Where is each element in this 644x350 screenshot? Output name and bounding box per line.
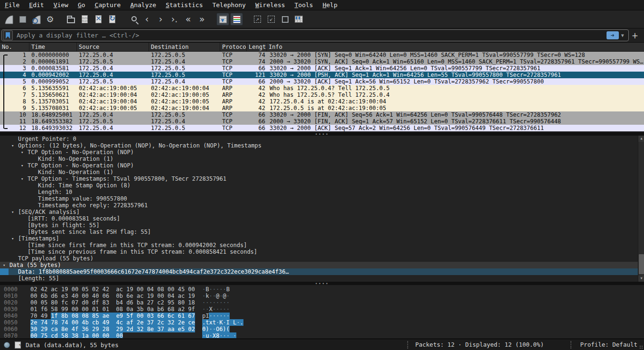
- add-filter-button[interactable]: +: [629, 31, 641, 40]
- resize-columns-button[interactable]: [292, 13, 305, 26]
- expander-arrow-icon[interactable]: ▾: [11, 235, 18, 242]
- detail-line[interactable]: Kind: No-Operation (1): [0, 169, 644, 175]
- scroll-up-button[interactable]: ▲: [638, 136, 644, 142]
- display-filter-input[interactable]: Apply a display filter … <Ctrl-/> ➜ ▼: [1, 29, 629, 41]
- column-header-time[interactable]: Time: [29, 43, 77, 51]
- detail-line[interactable]: [Length: 55]: [0, 275, 644, 282]
- packet-row-6[interactable]: 65.13563559102:42:ac:19:00:0502:42:ac:19…: [0, 85, 644, 92]
- expander-arrow-icon[interactable]: ▾: [11, 209, 18, 215]
- packet-row-1[interactable]: 10.000000000172.25.0.4172.25.0.5TCP74330…: [0, 52, 644, 58]
- detail-line[interactable]: ▾TCP Option - Timestamps: TSval 99055780…: [0, 175, 644, 182]
- detail-line[interactable]: Timestamp echo reply: 2728357961: [0, 202, 644, 209]
- filter-bookmark-button[interactable]: [3, 30, 13, 40]
- packet-row-8[interactable]: 85.13570305102:42:ac:19:00:0402:42:ac:19…: [0, 98, 644, 105]
- start-capture-button[interactable]: [2, 13, 15, 26]
- expander-arrow-icon[interactable]: ▾: [21, 149, 28, 156]
- packet-row-4-selected[interactable]: 40.000942002172.25.0.4172.25.0.5TCP12133…: [0, 72, 644, 78]
- packet-row-3[interactable]: 30.000083581172.25.0.4172.25.0.5TCP66330…: [0, 65, 644, 72]
- normal-size-button[interactable]: [279, 13, 291, 26]
- auto-scroll-toggle[interactable]: [216, 13, 229, 26]
- detail-line[interactable]: Urgent Pointer: 0: [0, 136, 644, 142]
- apply-filter-button[interactable]: ➜: [607, 31, 619, 39]
- hex-row[interactable]: 000002 42 ac 19 00 05 02 42 ac 19 00 04 …: [0, 286, 644, 293]
- last-packet-button[interactable]: »: [196, 13, 208, 26]
- column-header-no[interactable]: No.: [0, 43, 29, 51]
- close-file-button[interactable]: ✕: [92, 13, 105, 26]
- detail-line[interactable]: [Bytes sent since last PSH flag: 55]: [0, 229, 644, 235]
- window-resize-grip[interactable]: [639, 345, 643, 349]
- expander-arrow-icon[interactable]: ▾: [21, 162, 28, 169]
- stop-capture-button[interactable]: [16, 13, 29, 26]
- pane-splitter-bottom[interactable]: ••••: [0, 282, 644, 285]
- hex-row[interactable]: 001000 6b d6 e3 40 00 40 06 0b 6e ac 19 …: [0, 293, 644, 299]
- restart-capture-button[interactable]: [30, 13, 43, 26]
- column-header-info[interactable]: Info: [267, 43, 644, 51]
- detail-line[interactable]: [Time since first frame in this TCP stre…: [0, 242, 644, 249]
- detail-line[interactable]: [Bytes in flight: 55]: [0, 222, 644, 229]
- colorize-toggle[interactable]: [230, 13, 243, 26]
- column-header-destination[interactable]: Destination: [149, 43, 220, 51]
- packet-row-12[interactable]: 1218.649393032172.25.0.4172.25.0.5TCP663…: [0, 125, 644, 131]
- reload-file-button[interactable]: ↻: [106, 13, 119, 26]
- menu-file[interactable]: File: [0, 0, 24, 10]
- menu-go[interactable]: Go: [73, 0, 90, 10]
- status-profile[interactable]: Profile: Default: [580, 339, 637, 350]
- zoom-in-button[interactable]: ↗: [251, 13, 264, 26]
- packet-row-11[interactable]: 1118.649353382172.25.0.5172.25.0.4TCP662…: [0, 118, 644, 125]
- first-packet-button[interactable]: «: [182, 13, 195, 26]
- detail-line-data-selected[interactable]: Data: 1f8b080885aee95f0003666c61672e7478…: [0, 268, 644, 275]
- detail-line-data-root[interactable]: ▾Data (55 bytes): [0, 262, 644, 268]
- hex-row[interactable]: 006030 29 ca 8e 4f 36 29 28 29 2d 32 8e …: [0, 326, 644, 332]
- menu-view[interactable]: View: [49, 0, 73, 10]
- scrollbar-thumb[interactable]: [639, 254, 644, 274]
- menu-help[interactable]: Help: [318, 0, 342, 10]
- column-header-length[interactable]: Length: [247, 43, 267, 51]
- hex-row[interactable]: 003001 f6 58 99 00 00 01 01 08 0a 3b 0a …: [0, 306, 644, 313]
- column-header-source[interactable]: Source: [77, 43, 149, 51]
- previous-packet-button[interactable]: ‹: [140, 13, 153, 26]
- menu-edit[interactable]: Edit: [24, 0, 48, 10]
- packet-row-5[interactable]: 50.000999052172.25.0.5172.25.0.4TCP66200…: [0, 78, 644, 85]
- menu-wireless[interactable]: Wireless: [251, 0, 290, 10]
- column-header-protocol[interactable]: Protocol: [220, 43, 247, 51]
- hex-row[interactable]: 007000 75 cd 58 38 1a 00 00 00·u·X8··· ·: [0, 332, 644, 338]
- capture-options-button[interactable]: ⚙: [44, 13, 56, 26]
- expert-info-icon[interactable]: [4, 342, 10, 348]
- open-file-button[interactable]: [65, 13, 77, 26]
- detail-line[interactable]: ▾[Timestamps]: [0, 235, 644, 242]
- hex-row[interactable]: 00502e 74 78 74 00 4b cb 49 4c af 2e 37 …: [0, 319, 644, 326]
- detail-line[interactable]: Kind: No-Operation (1): [0, 156, 644, 162]
- menu-capture[interactable]: Capture: [90, 0, 126, 10]
- capture-comment-icon[interactable]: [15, 341, 21, 349]
- detail-line[interactable]: Kind: Time Stamp Option (8): [0, 182, 644, 189]
- packet-row-10[interactable]: 1018.648925001172.25.0.4172.25.0.5TCP663…: [0, 111, 644, 118]
- detail-line[interactable]: Timestamp value: 990557800: [0, 195, 644, 202]
- detail-line[interactable]: [Time since previous frame in this TCP s…: [0, 249, 644, 255]
- expander-arrow-icon[interactable]: ▾: [11, 142, 18, 149]
- packet-row-7[interactable]: 75.13565062102:42:ac:19:00:0402:42:ac:19…: [0, 92, 644, 98]
- detail-line[interactable]: ▾TCP Option - No-Operation (NOP): [0, 149, 644, 156]
- packet-row-9[interactable]: 95.13570803102:42:ac:19:00:0502:42:ac:19…: [0, 105, 644, 111]
- detail-line[interactable]: [iRTT: 0.000083581 seconds]: [0, 215, 644, 222]
- scroll-down-button[interactable]: ▼: [638, 276, 644, 282]
- filter-dropdown-caret[interactable]: ▼: [619, 33, 626, 38]
- packet-row-2[interactable]: 20.000061891172.25.0.5172.25.0.4TCP74200…: [0, 58, 644, 65]
- expander-arrow-icon[interactable]: ▾: [3, 262, 9, 268]
- find-packet-button[interactable]: [127, 13, 140, 26]
- details-scrollbar[interactable]: ▲ ▼: [638, 136, 644, 282]
- menu-telephony[interactable]: Telephony: [207, 0, 250, 10]
- pane-splitter-top[interactable]: ••••: [0, 132, 644, 136]
- detail-line[interactable]: ▾Options: (12 bytes), No-Operation (NOP)…: [0, 142, 644, 149]
- expander-arrow-icon[interactable]: ▾: [21, 175, 28, 182]
- next-packet-button[interactable]: ›: [154, 13, 167, 26]
- menu-statistics[interactable]: Statistics: [161, 0, 207, 10]
- detail-line[interactable]: Length: 10: [0, 189, 644, 195]
- zoom-out-button[interactable]: ↙: [265, 13, 278, 26]
- go-to-packet-button[interactable]: ›.: [168, 13, 181, 26]
- save-file-button[interactable]: 01010110: [78, 13, 91, 26]
- detail-line[interactable]: ▾TCP Option - No-Operation (NOP): [0, 162, 644, 169]
- hex-row[interactable]: 002000 05 80 fc 07 d0 df 83 b4 d6 ba 27 …: [0, 299, 644, 306]
- detail-line[interactable]: TCP payload (55 bytes): [0, 255, 644, 262]
- menu-tools[interactable]: Tools: [290, 0, 318, 10]
- hex-row[interactable]: 004070 49 1f 8b 08 08 85 ae e9 5f 00 03 …: [0, 313, 644, 319]
